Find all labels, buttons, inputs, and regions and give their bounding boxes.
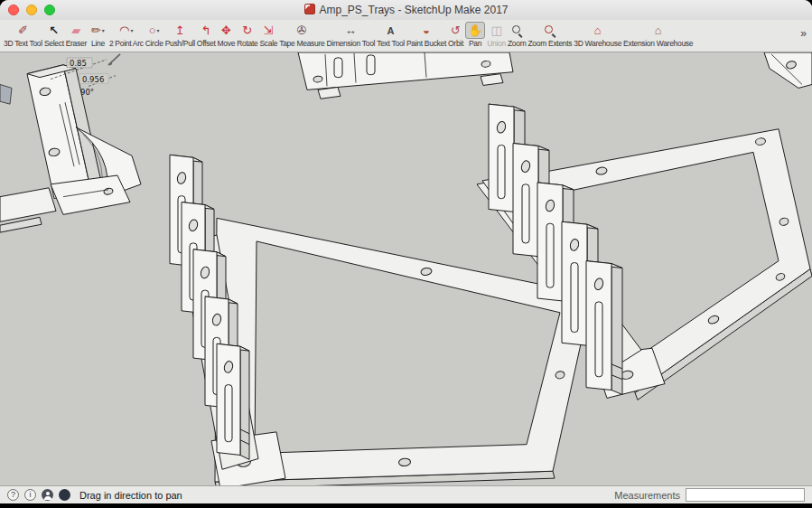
- toolbar-item-eraser[interactable]: ▰ Eraser: [66, 22, 87, 49]
- user-account-icon[interactable]: [42, 489, 53, 501]
- select-cursor-icon: ↖: [49, 24, 59, 38]
- protractor-cursor-icon: [108, 54, 120, 65]
- toolbar-item-line[interactable]: ✏▾ Line: [89, 22, 107, 49]
- toolbar-item-scale[interactable]: ⇲ Scale: [259, 22, 277, 49]
- toolbar-item-label: Zoom Extents: [527, 39, 572, 49]
- toolbar-item-label: 2 Point Arc: [109, 39, 144, 49]
- push-pull-icon: ↥: [175, 24, 185, 38]
- 3d-text-tool-icon: ✐: [18, 24, 28, 38]
- toolbar-item-dimension-tool[interactable]: ↔ Dimension Tool: [326, 22, 375, 49]
- measurements-label: Measurements: [614, 490, 680, 501]
- dimension-icon: ↔: [345, 24, 357, 38]
- status-circle-icon[interactable]: [59, 489, 70, 501]
- offset-icon: ↰: [201, 24, 211, 38]
- toolbar-item-pan[interactable]: ✋ Pan: [465, 22, 485, 49]
- title-bar: Amp_PS_Trays - SketchUp Make 2017: [0, 0, 812, 20]
- edge-sliver-piece: [0, 84, 12, 104]
- toolbar-item-text-tool[interactable]: A Text Tool: [377, 22, 405, 49]
- toolbar-item-2-point-arc[interactable]: ◠▾ 2 Point Arc: [109, 22, 144, 49]
- eraser-icon: ▰: [71, 24, 80, 38]
- toolbar-item-label: Union: [487, 39, 506, 49]
- text-tool-icon: A: [387, 24, 395, 38]
- union-icon: ◫: [490, 24, 501, 38]
- corner-piece: [764, 52, 812, 88]
- warehouse-house-icon: ⌂: [594, 24, 602, 38]
- circle-icon: ○: [149, 24, 156, 38]
- model-canvas: 0.85 0.956 90°: [0, 52, 812, 485]
- pencil-icon: ✏: [91, 24, 101, 38]
- toolbar-item-label: 3D Warehouse: [574, 39, 621, 49]
- toolbar: ✐ 3D Text Tool ↖ Select ▰ Eraser ✏▾ Line…: [0, 20, 812, 52]
- chevron-down-icon[interactable]: ▾: [102, 27, 105, 33]
- toolbar-item-label: Scale: [259, 39, 277, 49]
- toolbar-item-circle[interactable]: ○▾ Circle: [145, 22, 163, 49]
- toolbar-item-label: Pan: [469, 39, 481, 49]
- toolbar-item-rotate[interactable]: ↻ Rotate: [237, 22, 257, 49]
- toolbar-item-label: 3D Text Tool: [4, 39, 42, 49]
- magnifier-icon: [511, 24, 523, 36]
- toolbar-item-label: Rotate: [237, 39, 257, 49]
- status-bar: ? i Drag in direction to pan Measurement…: [0, 485, 812, 503]
- toolbar-item-move[interactable]: ✥ Move: [218, 22, 236, 49]
- pan-hand-icon: ✋: [468, 24, 482, 38]
- toolbar-item-3d-warehouse[interactable]: ⌂ 3D Warehouse: [574, 22, 621, 49]
- left-rail: [0, 188, 56, 232]
- paint-bucket-icon: ◒: [423, 24, 430, 38]
- help-icon[interactable]: ?: [7, 489, 19, 501]
- toolbar-item-tape-measure[interactable]: ✇ Tape Measure: [279, 22, 324, 49]
- tape-measure-icon: ✇: [297, 24, 307, 38]
- toolbar-item-label: Move: [218, 39, 236, 49]
- dimension-value-2: 0.956: [82, 75, 104, 84]
- toolbar-item-select[interactable]: ↖ Select: [44, 22, 64, 49]
- window-title: Amp_PS_Trays - SketchUp Make 2017: [320, 4, 509, 16]
- toolbar-item-label: Circle: [145, 39, 163, 49]
- dimension-value-1: 0.85: [70, 59, 87, 68]
- arc-icon: ◠: [119, 24, 129, 38]
- toolbar-item-label: Zoom: [508, 39, 527, 49]
- app-window: Amp_PS_Trays - SketchUp Make 2017 ✐ 3D T…: [0, 0, 812, 503]
- toolbar-item-union: ◫ Union: [487, 22, 506, 49]
- orbit-icon: ↺: [451, 24, 461, 38]
- toolbar-item-label: Orbit: [448, 39, 463, 49]
- angle-value: 90°: [80, 88, 94, 97]
- left-tray-posts: [170, 155, 249, 459]
- toolbar-item-label: Tape Measure: [279, 39, 324, 49]
- zoom-extents-icon: [544, 24, 555, 36]
- toolbar-item-paint-bucket[interactable]: ◒ Paint Bucket: [406, 22, 446, 49]
- toolbar-item-label: Dimension Tool: [326, 39, 375, 49]
- toolbar-item-zoom[interactable]: Zoom: [508, 22, 527, 49]
- toolbar-item-push-pull[interactable]: ↥ Push/Pull: [165, 22, 195, 49]
- toolbar-item-label: Extension Warehouse: [623, 39, 693, 49]
- info-icon[interactable]: i: [24, 489, 36, 501]
- toolbar-item-zoom-extents[interactable]: Zoom Extents: [527, 22, 572, 49]
- toolbar-item-3d-text-tool[interactable]: ✐ 3D Text Tool: [4, 22, 42, 49]
- measurements-input[interactable]: [686, 488, 805, 502]
- sketchup-document-icon: [304, 4, 315, 14]
- toolbar-item-label: Paint Bucket: [406, 39, 446, 49]
- toolbar-item-label: Line: [91, 39, 105, 49]
- 3d-viewport[interactable]: 0.85 0.956 90°: [0, 52, 812, 485]
- toolbar-item-label: Select: [44, 39, 64, 49]
- toolbar-item-label: Text Tool: [377, 39, 405, 49]
- toolbar-item-label: Offset: [197, 39, 216, 49]
- toolbar-item-extension-warehouse[interactable]: ⌂ Extension Warehouse: [623, 22, 693, 49]
- toolbar-item-orbit[interactable]: ↺ Orbit: [448, 22, 463, 49]
- status-hint: Drag in direction to pan: [79, 490, 182, 501]
- window-title-wrap: Amp_PS_Trays - SketchUp Make 2017: [0, 4, 812, 16]
- top-tray-partial: [298, 52, 513, 99]
- chevron-down-icon[interactable]: ▾: [130, 27, 133, 33]
- extension-house-icon: ⌂: [655, 24, 662, 38]
- toolbar-overflow-button[interactable]: »: [800, 27, 807, 40]
- chevron-down-icon[interactable]: ▾: [157, 27, 160, 33]
- toolbar-item-offset[interactable]: ↰ Offset: [197, 22, 216, 49]
- move-arrows-icon: ✥: [221, 24, 231, 38]
- rotate-icon: ↻: [242, 24, 252, 38]
- scale-icon: ⇲: [264, 24, 274, 38]
- toolbar-item-label: Eraser: [66, 39, 87, 49]
- toolbar-item-label: Push/Pull: [165, 39, 195, 49]
